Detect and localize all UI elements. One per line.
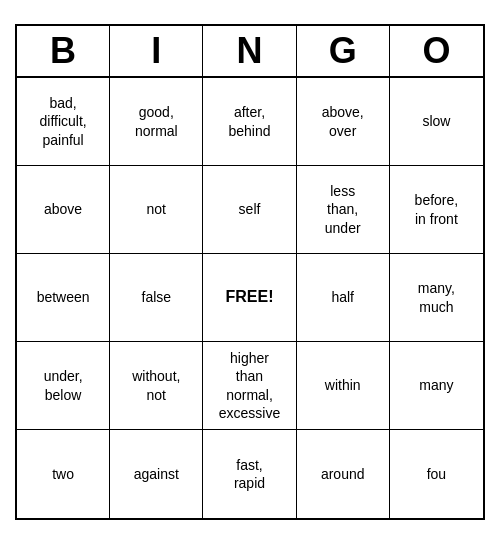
bingo-cell: bad,difficult,painful	[17, 78, 110, 166]
bingo-cell: false	[110, 254, 203, 342]
bingo-cell: against	[110, 430, 203, 518]
bingo-cell: within	[297, 342, 390, 430]
bingo-cell: two	[17, 430, 110, 518]
bingo-header: BINGO	[17, 26, 483, 78]
bingo-cell: around	[297, 430, 390, 518]
bingo-cell: fast,rapid	[203, 430, 296, 518]
bingo-card: BINGO bad,difficult,painfulgood,normalaf…	[15, 24, 485, 520]
bingo-cell: above	[17, 166, 110, 254]
bingo-cell: between	[17, 254, 110, 342]
header-letter: G	[297, 26, 390, 76]
bingo-cell: under,below	[17, 342, 110, 430]
bingo-cell: above,over	[297, 78, 390, 166]
bingo-grid: bad,difficult,painfulgood,normalafter,be…	[17, 78, 483, 518]
bingo-cell: good,normal	[110, 78, 203, 166]
bingo-cell: without,not	[110, 342, 203, 430]
header-letter: B	[17, 26, 110, 76]
header-letter: I	[110, 26, 203, 76]
header-letter: O	[390, 26, 483, 76]
bingo-cell: before,in front	[390, 166, 483, 254]
bingo-cell: half	[297, 254, 390, 342]
bingo-cell: slow	[390, 78, 483, 166]
bingo-cell: self	[203, 166, 296, 254]
bingo-cell: lessthan,under	[297, 166, 390, 254]
bingo-cell: FREE!	[203, 254, 296, 342]
bingo-cell: many	[390, 342, 483, 430]
header-letter: N	[203, 26, 296, 76]
bingo-cell: fou	[390, 430, 483, 518]
bingo-cell: after,behind	[203, 78, 296, 166]
bingo-cell: higherthannormal,excessive	[203, 342, 296, 430]
bingo-cell: not	[110, 166, 203, 254]
bingo-cell: many,much	[390, 254, 483, 342]
